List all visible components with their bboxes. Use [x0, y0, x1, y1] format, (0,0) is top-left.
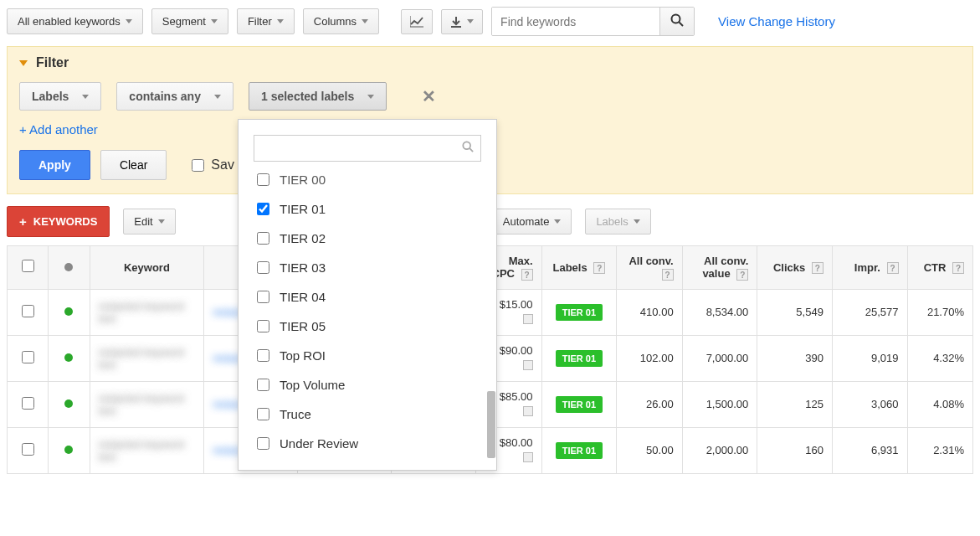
select-all-checkbox[interactable]	[22, 260, 34, 272]
impr-cell: 9,019	[832, 335, 907, 381]
status-dot-icon	[64, 263, 73, 271]
chevron-down-icon	[19, 60, 28, 66]
label-option-text: TIER 03	[280, 260, 326, 275]
caret-down-icon	[82, 95, 89, 99]
label-option[interactable]: TIER 05	[250, 312, 485, 341]
label-search-input[interactable]	[254, 136, 480, 161]
label-option[interactable]: TIER 02	[250, 224, 485, 253]
svg-line-5	[680, 23, 684, 27]
keyword-cell: redacted keyword text	[99, 300, 185, 325]
all-conv-cell: 26.00	[617, 381, 682, 427]
save-filter-checkbox[interactable]: Sav	[192, 157, 234, 173]
row-checkbox[interactable]	[22, 351, 34, 363]
label-option-checkbox[interactable]	[257, 349, 269, 362]
label-option-checkbox[interactable]	[257, 379, 269, 391]
tier-badge: TIER 01	[556, 350, 603, 367]
label-option[interactable]: TIER 00	[250, 172, 485, 194]
view-change-history-link[interactable]: View Change History	[718, 14, 835, 28]
filter-operator-button[interactable]: contains any	[116, 82, 233, 111]
label-option-checkbox[interactable]	[257, 408, 269, 420]
label-option[interactable]: TIER 01	[250, 194, 485, 224]
col-keyword[interactable]: Keyword	[90, 246, 204, 290]
caret-down-icon	[467, 19, 474, 23]
save-filter-checkbox-input[interactable]	[192, 159, 204, 172]
apply-button[interactable]: Apply	[19, 150, 90, 180]
label-option[interactable]: Top ROI	[250, 341, 485, 370]
col-all-conv-value[interactable]: All conv. value ?	[682, 246, 757, 290]
status-dot-icon	[64, 353, 73, 362]
add-keywords-button[interactable]: + KEYWORDS	[7, 206, 110, 237]
label-option[interactable]: Truce	[250, 399, 485, 429]
help-icon[interactable]: ?	[952, 262, 964, 274]
automate-button[interactable]: Automate	[492, 209, 572, 234]
filter-field-label: Labels	[32, 90, 69, 103]
filter-field-button[interactable]: Labels	[19, 82, 101, 111]
row-checkbox[interactable]	[22, 305, 34, 317]
download-icon	[450, 16, 462, 28]
edit-button[interactable]: Edit	[123, 209, 175, 234]
all-conv-value-cell: 8,534.00	[682, 289, 757, 335]
clicks-cell: 160	[757, 427, 833, 473]
clear-button[interactable]: Clear	[100, 150, 167, 180]
help-icon[interactable]: ?	[887, 262, 899, 274]
columns-button[interactable]: Columns	[303, 8, 379, 34]
help-icon[interactable]: ?	[662, 269, 674, 281]
label-option-text: TIER 02	[280, 231, 326, 245]
label-list[interactable]: TIER 00 TIER 01 TIER 02 TIER 03 TIER 04 …	[249, 172, 486, 458]
svg-line-7	[469, 148, 473, 152]
filter-panel-header[interactable]: Filter	[19, 55, 961, 70]
remove-filter-button[interactable]: ✕	[422, 86, 436, 106]
label-option-text: TIER 01	[280, 202, 326, 216]
col-all-conv[interactable]: All conv.?	[617, 246, 682, 290]
label-option-checkbox[interactable]	[257, 203, 269, 215]
help-icon[interactable]: ?	[593, 262, 605, 274]
clicks-cell: 125	[757, 381, 833, 427]
keywords-scope-button[interactable]: All enabled keywords	[7, 8, 143, 34]
find-keywords-input[interactable]	[492, 8, 659, 35]
caret-down-icon	[211, 19, 218, 23]
label-option[interactable]: TIER 04	[250, 282, 485, 312]
scrollbar-thumb[interactable]	[487, 391, 495, 458]
col-clicks[interactable]: Clicks ?	[757, 246, 833, 290]
label-option-checkbox[interactable]	[257, 173, 269, 186]
label-option-checkbox[interactable]	[257, 437, 269, 450]
bid-strategy-icon	[523, 360, 533, 370]
col-ctr[interactable]: CTR ?	[907, 246, 973, 290]
ctr-cell: 21.70%	[907, 289, 973, 335]
label-option[interactable]: Under Review	[250, 429, 485, 458]
impr-cell: 25,577	[832, 289, 907, 335]
row-checkbox[interactable]	[22, 443, 34, 456]
caret-down-icon	[367, 95, 374, 99]
filter-value-button[interactable]: 1 selected labels	[249, 82, 387, 111]
filter-condition-row: Labels contains any 1 selected labels ✕	[19, 82, 961, 111]
help-icon[interactable]: ?	[736, 269, 748, 281]
caret-down-icon	[362, 19, 368, 23]
col-impr[interactable]: Impr. ?	[832, 246, 907, 290]
label-option[interactable]: Top Volume	[250, 370, 485, 399]
caret-down-icon	[277, 19, 284, 23]
label-option-checkbox[interactable]	[257, 261, 269, 274]
labels-cell: TIER 01	[541, 427, 617, 473]
label-option[interactable]: TIER 03	[250, 253, 485, 282]
clicks-cell: 5,549	[757, 289, 833, 335]
chart-button[interactable]	[401, 9, 433, 34]
labels-button-label: Labels	[596, 215, 628, 228]
col-labels[interactable]: Labels ?	[541, 246, 617, 290]
help-icon[interactable]: ?	[521, 269, 533, 281]
label-option-checkbox[interactable]	[257, 291, 269, 303]
ctr-cell: 2.31%	[907, 427, 973, 473]
segment-label: Segment	[162, 15, 206, 28]
filter-button[interactable]: Filter	[237, 8, 295, 34]
row-checkbox[interactable]	[22, 397, 34, 410]
label-option-checkbox[interactable]	[257, 320, 269, 332]
labels-button[interactable]: Labels	[585, 209, 650, 234]
help-icon[interactable]: ?	[812, 262, 824, 274]
download-button[interactable]	[441, 9, 483, 34]
bid-strategy-icon	[523, 452, 533, 462]
chart-icon	[410, 16, 423, 28]
find-keywords-submit[interactable]	[659, 8, 694, 35]
label-option-checkbox[interactable]	[257, 232, 269, 245]
all-conv-cell: 50.00	[617, 427, 682, 473]
ctr-cell: 4.08%	[907, 381, 973, 427]
segment-button[interactable]: Segment	[151, 8, 228, 34]
